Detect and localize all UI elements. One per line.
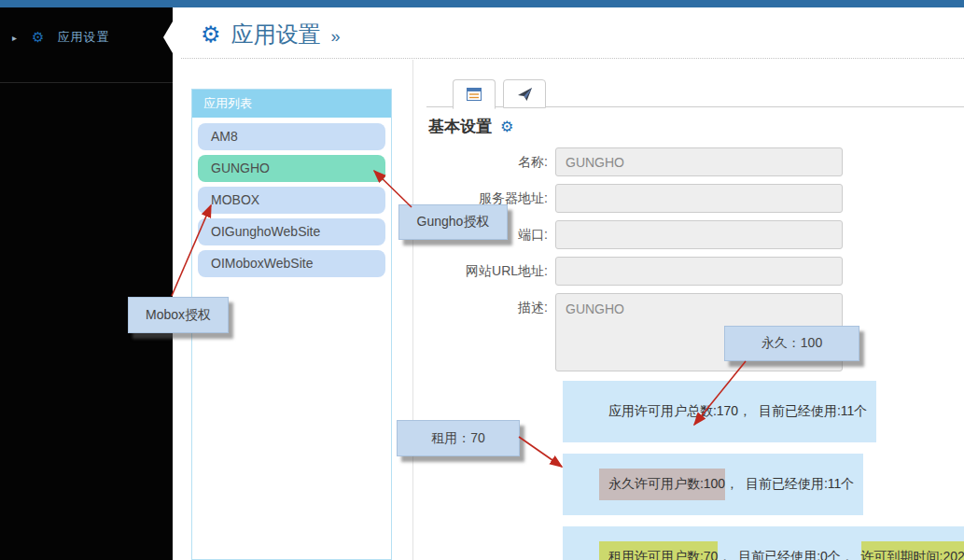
app-list: AM8 GUNGHO MOBOX OIGunghoWebSite OIMobox… xyxy=(192,118,391,277)
basic-settings-form: 名称: 服务器地址: 端口: 网站URL地址: 描述: GUNGHO xyxy=(426,147,964,371)
top-navbar xyxy=(0,0,964,7)
page-header: ⚙ 应用设置 » xyxy=(201,20,341,49)
callout-permanent-100: 永久：100 xyxy=(724,326,859,361)
form-row: 网站URL地址: xyxy=(426,257,964,286)
gear-icon: ⚙ xyxy=(201,23,221,46)
website-url-input[interactable] xyxy=(555,257,843,286)
header-divider xyxy=(181,58,964,59)
license-total-box: 应用许可用户总数:170， 目前已经使用:11个 xyxy=(563,381,876,442)
callout-gungho-license: Gungho授权 xyxy=(398,204,508,240)
panel-divider xyxy=(412,60,413,560)
form-row: 名称: xyxy=(426,147,964,176)
page-title: 应用设置 xyxy=(231,20,321,49)
callout-rental-70: 租用：70 xyxy=(397,420,520,456)
name-input[interactable] xyxy=(555,147,843,176)
main-content: ⚙ 应用设置 » 应用列表 AM8 GUNGHO MOBOX OIGunghoW… xyxy=(173,7,964,560)
form-row: 描述: GUNGHO xyxy=(426,293,964,371)
app-window: ▸ ⚙ 应用设置 ⚙ 应用设置 » 应用列表 AM8 GUNGHO MOBOX … xyxy=(0,0,964,560)
paper-plane-icon xyxy=(517,87,533,102)
tab-publish[interactable] xyxy=(503,79,546,108)
license-rental-middle: ， 目前已经使用:0个， xyxy=(718,541,860,560)
license-total-text: 应用许可用户总数:170， 目前已经使用:11个 xyxy=(599,396,876,427)
settings-form-area: 基本设置 ⚙ 名称: 服务器地址: 端口: 网站URL地址: xyxy=(426,78,964,560)
sidebar-item-app-settings[interactable]: ▸ ⚙ 应用设置 xyxy=(0,23,173,51)
caret-right-icon: ▸ xyxy=(12,33,17,43)
chevron-right-icon: » xyxy=(331,27,341,47)
app-item-am8[interactable]: AM8 xyxy=(198,123,385,150)
gear-icon: ⚙ xyxy=(32,29,44,46)
license-total-row: 应用许可用户总数:170， 目前已经使用:11个 xyxy=(563,381,964,443)
sidebar-item-label: 应用设置 xyxy=(57,29,109,46)
section-title: 基本设置 xyxy=(428,116,492,137)
website-url-label: 网站URL地址: xyxy=(426,257,555,286)
license-rental-highlight: 租用许可用户数:70 xyxy=(599,541,718,560)
active-item-notch xyxy=(163,21,173,53)
tab-bar xyxy=(426,78,964,107)
license-permanent-box: 永久许可用户数:100， 目前已经使用:11个 xyxy=(563,454,863,515)
section-title-row: 基本设置 ⚙ xyxy=(428,116,964,137)
callout-mobox-license: Mobox授权 xyxy=(128,297,229,333)
license-rental-row: 租用许可用户数:70， 目前已经使用:0个， 许可到期时间:2023-01-19 xyxy=(563,526,964,560)
gear-icon[interactable]: ⚙ xyxy=(500,118,513,135)
license-permanent-highlight: 永久许可用户数:100 xyxy=(599,469,725,500)
form-icon xyxy=(467,88,482,101)
port-input[interactable] xyxy=(555,220,843,249)
license-permanent-row: 永久许可用户数:100， 目前已经使用:11个 xyxy=(563,454,964,516)
license-permanent-rest: ， 目前已经使用:11个 xyxy=(725,469,863,500)
description-label: 描述: xyxy=(426,293,555,322)
sidebar: ▸ ⚙ 应用设置 xyxy=(0,7,173,560)
server-address-input[interactable] xyxy=(555,184,843,213)
sidebar-divider xyxy=(0,82,173,83)
name-label: 名称: xyxy=(426,147,555,176)
app-item-oigunghowebsite[interactable]: OIGunghoWebSite xyxy=(198,218,385,245)
app-item-gungho[interactable]: GUNGHO xyxy=(198,155,385,182)
tab-basic-settings[interactable] xyxy=(453,79,496,109)
license-rental-box: 租用许可用户数:70， 目前已经使用:0个， 许可到期时间:2023-01-19 xyxy=(563,526,964,560)
license-expiry-highlight: 许可到期时间:2023-01-19 xyxy=(861,541,964,560)
app-item-oimoboxwebsite[interactable]: OIMoboxWebSite xyxy=(198,250,385,277)
app-list-header: 应用列表 xyxy=(192,90,391,118)
app-item-mobox[interactable]: MOBOX xyxy=(198,187,385,214)
